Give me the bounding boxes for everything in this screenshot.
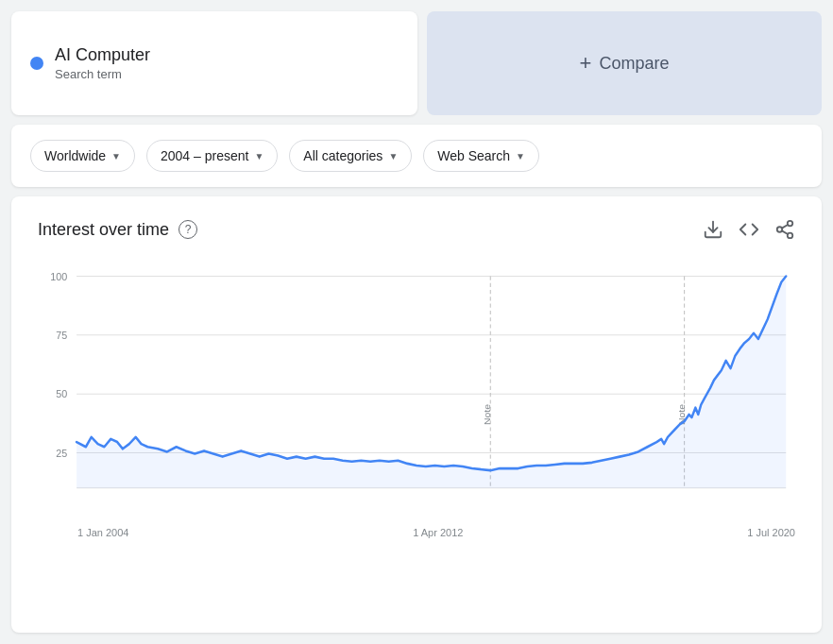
compare-plus-icon: + — [580, 51, 592, 76]
share-button[interactable] — [774, 219, 795, 240]
y-label-25: 25 — [56, 447, 67, 458]
trend-area — [76, 277, 786, 488]
x-label-2012: 1 Apr 2012 — [413, 527, 463, 538]
category-filter-label: All categories — [303, 148, 382, 163]
svg-line-4 — [782, 230, 788, 234]
search-term-info: AI Computer Search term — [55, 45, 150, 81]
download-button[interactable] — [703, 219, 723, 240]
region-filter-label: Worldwide — [44, 148, 106, 163]
compare-label: Compare — [599, 54, 669, 74]
chart-header: Interest over time ? — [38, 219, 795, 240]
compare-card[interactable]: + Compare — [427, 11, 822, 115]
search-term-name: AI Computer — [55, 45, 150, 65]
category-filter[interactable]: All categories ▼ — [289, 140, 412, 172]
region-chevron-icon: ▼ — [111, 151, 121, 161]
y-label-75: 75 — [56, 330, 67, 341]
note-label-1: Note — [483, 404, 493, 425]
search-type-filter[interactable]: Web Search ▼ — [423, 140, 539, 172]
y-label-100: 100 — [50, 270, 67, 281]
time-chevron-icon: ▼ — [254, 151, 264, 161]
search-term-label: Search term — [55, 67, 150, 81]
chart-card: Interest over time ? — [11, 196, 822, 633]
filters-card: Worldwide ▼ 2004 – present ▼ All categor… — [11, 125, 822, 187]
chart-title-area: Interest over time ? — [38, 220, 197, 240]
x-labels: 1 Jan 2004 1 Apr 2012 1 Jul 2020 — [38, 521, 795, 538]
search-term-dot — [30, 57, 43, 70]
help-icon[interactable]: ? — [178, 220, 197, 239]
chart-area: 100 75 50 25 Note Note — [38, 263, 795, 517]
search-card: AI Computer Search term — [11, 11, 417, 115]
chart-actions — [703, 219, 795, 240]
x-label-2004: 1 Jan 2004 — [77, 527, 128, 538]
svg-line-5 — [782, 225, 788, 229]
search-type-filter-label: Web Search — [437, 148, 510, 163]
x-label-2020: 1 Jul 2020 — [747, 527, 795, 538]
time-filter[interactable]: 2004 – present ▼ — [146, 140, 278, 172]
embed-button[interactable] — [739, 219, 759, 240]
time-filter-label: 2004 – present — [161, 148, 248, 163]
region-filter[interactable]: Worldwide ▼ — [30, 140, 135, 172]
trend-chart: 100 75 50 25 Note Note — [38, 263, 795, 517]
chart-title: Interest over time — [38, 220, 169, 240]
y-label-50: 50 — [56, 388, 67, 399]
search-type-chevron-icon: ▼ — [516, 151, 525, 161]
category-chevron-icon: ▼ — [388, 151, 398, 161]
